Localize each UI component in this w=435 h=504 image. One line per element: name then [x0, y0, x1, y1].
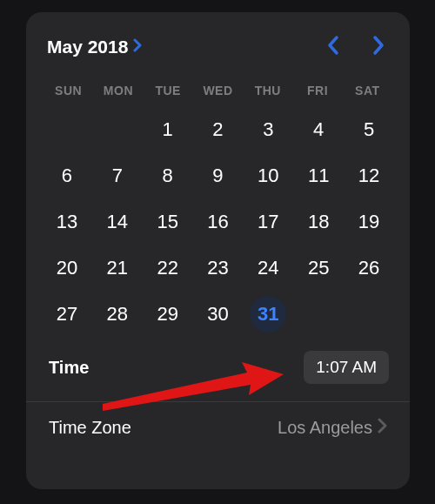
calendar-day[interactable]: 27	[42, 291, 92, 337]
calendar-day-number: 1	[163, 118, 173, 141]
calendar-day-number: 15	[157, 211, 177, 233]
time-label: Time	[49, 358, 89, 378]
calendar-day-number: 22	[157, 257, 177, 279]
timezone-value-button[interactable]: Los Angeles	[278, 418, 387, 438]
weekday-label: TUE	[144, 84, 193, 97]
calendar-day[interactable]: 3	[243, 106, 293, 152]
calendar-day[interactable]: 30	[193, 291, 244, 337]
calendar-day-number: 12	[358, 165, 379, 187]
calendar-day[interactable]: 12	[344, 152, 394, 198]
calendar-day[interactable]: 9	[193, 152, 244, 198]
calendar-day[interactable]: 10	[243, 152, 293, 198]
calendar-day-number: 3	[263, 118, 273, 141]
calendar-day[interactable]: 4	[293, 106, 344, 152]
month-nav	[326, 35, 391, 59]
time-value: 1:07 AM	[316, 358, 377, 376]
calendar-day[interactable]: 23	[193, 245, 244, 291]
calendar-day-empty	[92, 106, 143, 152]
month-year-button[interactable]: May 2018	[47, 37, 143, 57]
calendar-day[interactable]: 8	[143, 152, 193, 198]
calendar-day[interactable]: 16	[193, 198, 244, 245]
time-row: Time 1:07 AM	[42, 342, 394, 393]
calendar-day[interactable]: 14	[92, 198, 143, 245]
calendar-day[interactable]: 21	[92, 245, 143, 291]
calendar-day-number: 13	[57, 211, 77, 233]
calendar-day[interactable]: 18	[293, 198, 344, 245]
calendar-day[interactable]: 28	[92, 291, 143, 337]
calendar-day[interactable]: 5	[344, 106, 394, 152]
calendar-day[interactable]: 11	[293, 152, 344, 198]
calendar-day[interactable]: 2	[193, 106, 244, 152]
weekday-header: SUN MON TUE WED THU FRI SAT	[42, 84, 394, 97]
calendar-day-number: 7	[112, 165, 123, 187]
calendar-day-number: 17	[258, 211, 278, 233]
calendar-day[interactable]: 19	[344, 198, 394, 245]
next-month-button[interactable]	[372, 35, 385, 59]
calendar-day-number: 9	[212, 165, 223, 187]
calendar-day-number: 6	[62, 165, 72, 187]
calendar-day-number: 20	[57, 257, 77, 279]
calendar-day[interactable]: 29	[143, 291, 193, 337]
calendar-day[interactable]: 6	[42, 152, 92, 198]
calendar-day[interactable]: 31	[243, 291, 293, 337]
calendar-day-number: 2	[212, 118, 223, 141]
calendar-day[interactable]: 24	[243, 245, 293, 291]
weekday-label: FRI	[292, 84, 342, 97]
calendar-header: May 2018	[42, 31, 394, 63]
calendar-day-number: 11	[308, 165, 329, 187]
calendar-day-number: 26	[358, 257, 379, 279]
time-value-button[interactable]: 1:07 AM	[304, 351, 389, 384]
calendar-day-number: 30	[207, 303, 228, 326]
calendar-day-number: 25	[308, 257, 329, 279]
calendar-day[interactable]: 13	[42, 198, 92, 245]
prev-month-button[interactable]	[326, 35, 339, 59]
calendar-day-number: 19	[358, 211, 379, 233]
calendar-grid: 1234567891011121314151617181920212223242…	[42, 106, 394, 337]
calendar-day-number: 31	[258, 303, 278, 326]
calendar-day-empty	[42, 106, 92, 152]
calendar-day[interactable]: 17	[243, 198, 293, 245]
calendar-day-number: 27	[57, 303, 77, 326]
timezone-label: Time Zone	[49, 418, 131, 438]
calendar-day[interactable]: 20	[42, 245, 92, 291]
weekday-label: THU	[243, 84, 292, 97]
calendar-day[interactable]: 22	[143, 245, 193, 291]
calendar-day-number: 4	[313, 118, 324, 141]
timezone-row[interactable]: Time Zone Los Angeles	[42, 402, 394, 453]
chevron-right-icon	[133, 38, 143, 56]
calendar-day-number: 23	[207, 257, 228, 279]
month-year-label: May 2018	[47, 37, 128, 57]
datetime-panel: May 2018 SUN MON TUE WED THU FRI SAT 123…	[26, 12, 410, 489]
calendar-day[interactable]: 25	[293, 245, 344, 291]
weekday-label: SAT	[343, 84, 392, 97]
weekday-label: MON	[93, 84, 143, 97]
calendar-day-number: 24	[258, 257, 278, 279]
calendar-day[interactable]: 15	[143, 198, 193, 245]
calendar-day-number: 5	[364, 118, 374, 141]
calendar-day-number: 16	[207, 211, 228, 233]
calendar-day-number: 10	[258, 165, 278, 187]
chevron-right-icon	[378, 418, 387, 437]
calendar-day[interactable]: 1	[143, 106, 193, 152]
calendar-day-number: 29	[157, 303, 177, 326]
calendar-day-number: 8	[163, 165, 173, 187]
calendar-day-number: 18	[308, 211, 329, 233]
calendar-day-number: 14	[107, 211, 128, 233]
calendar-day[interactable]: 26	[344, 245, 394, 291]
weekday-label: WED	[193, 84, 243, 97]
calendar-day[interactable]: 7	[92, 152, 143, 198]
weekday-label: SUN	[44, 84, 93, 97]
calendar-day-number: 28	[107, 303, 128, 326]
timezone-value: Los Angeles	[278, 418, 372, 438]
calendar-day-number: 21	[107, 257, 128, 279]
